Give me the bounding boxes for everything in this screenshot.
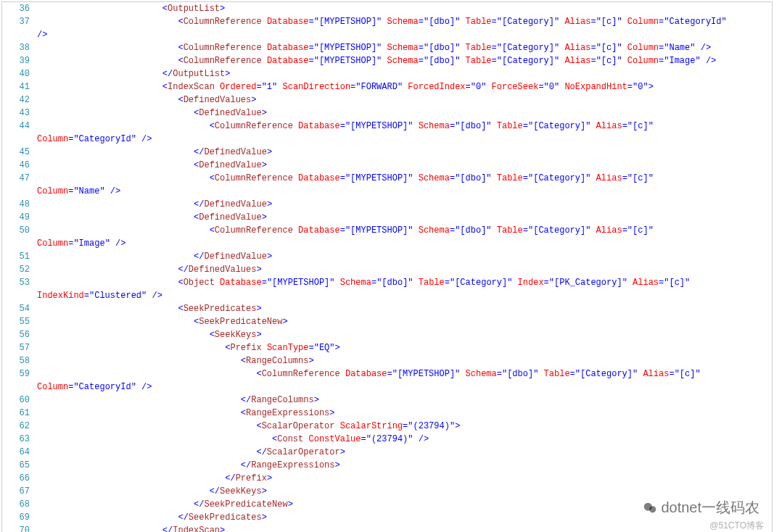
line-number: 42: [2, 93, 30, 107]
line-number: 55: [2, 315, 30, 328]
code-line: </SeekPredicateNew>: [37, 498, 772, 511]
code-line: </RangeExpressions>: [37, 459, 772, 472]
code-line: <ColumnReference Database="[MYPETSHOP]" …: [37, 41, 772, 54]
code-line: <ColumnReference Database="[MYPETSHOP]" …: [37, 224, 772, 237]
code-line: </ScalarOperator>: [37, 446, 772, 459]
code-line: </RangeColumns>: [37, 394, 772, 407]
code-line: <ColumnReference Database="[MYPETSHOP]" …: [37, 172, 772, 185]
line-number: 63: [2, 433, 30, 446]
line-number: 38: [2, 41, 30, 54]
line-number: 37: [2, 15, 30, 28]
code-line: <SeekKeys>: [37, 328, 772, 341]
code-line: <DefinedValue>: [37, 211, 772, 224]
code-line: <DefinedValues>: [37, 93, 772, 107]
line-number: 54: [2, 302, 30, 315]
line-number: 65: [2, 459, 30, 472]
code-line: <ColumnReference Database="[MYPETSHOP]" …: [37, 15, 772, 28]
line-number: 51: [2, 250, 30, 263]
code-line: </DefinedValue>: [37, 250, 772, 263]
line-number: 40: [2, 67, 30, 80]
code-line: <DefinedValue>: [37, 159, 772, 172]
line-number: 62: [2, 420, 30, 433]
code-line: </DefinedValues>: [37, 263, 772, 276]
code-line: <DefinedValue>: [37, 107, 772, 120]
line-number: 36: [2, 2, 30, 15]
line-number: 52: [2, 263, 30, 276]
line-number: 45: [2, 146, 30, 159]
code-line: <ScalarOperator ScalarString="(23794)">: [37, 420, 772, 433]
code-line: <Object Database="[MYPETSHOP]" Schema="[…: [37, 276, 772, 289]
line-number: 46: [2, 159, 30, 172]
line-number: 47: [2, 172, 30, 185]
code-line: Column="Image" />: [37, 237, 772, 250]
line-number: 68: [2, 498, 30, 511]
code-line: <Const ConstValue="(23794)" />: [37, 433, 772, 446]
code-line: <IndexScan Ordered="1" ScanDirection="FO…: [37, 80, 772, 93]
code-line: <RangeColumns>: [37, 354, 772, 367]
code-line: </SeekPredicates>: [37, 511, 772, 524]
code-line: </DefinedValue>: [37, 198, 772, 211]
line-number: 60: [2, 394, 30, 407]
line-number: 44: [2, 120, 30, 133]
line-number: 43: [2, 107, 30, 120]
code-line: Column="Name" />: [37, 185, 772, 198]
line-number: 56: [2, 328, 30, 341]
line-number: 67: [2, 485, 30, 498]
line-number: 39: [2, 54, 30, 67]
line-number: 70: [2, 524, 30, 532]
line-number-gutter: 3637383940414243444546474849505152535455…: [2, 2, 34, 532]
code-line: <ColumnReference Database="[MYPETSHOP]" …: [37, 54, 772, 67]
code-line: <SeekPredicateNew>: [37, 315, 772, 328]
code-content[interactable]: <OutputList> <ColumnReference Database="…: [34, 2, 772, 532]
code-editor: 3637383940414243444546474849505152535455…: [1, 1, 773, 532]
code-line: </DefinedValue>: [37, 146, 772, 159]
line-number: 53: [2, 276, 30, 289]
code-line: />: [37, 28, 772, 41]
line-number: 61: [2, 407, 30, 420]
line-number: 66: [2, 472, 30, 485]
code-line: </OutputList>: [37, 67, 772, 80]
line-number: 41: [2, 80, 30, 93]
code-line: <ColumnReference Database="[MYPETSHOP]" …: [37, 367, 772, 381]
code-line: <SeekPredicates>: [37, 302, 772, 315]
code-line: <ColumnReference Database="[MYPETSHOP]" …: [37, 120, 772, 133]
line-number: 50: [2, 224, 30, 237]
code-line: </Prefix>: [37, 472, 772, 485]
code-line: </SeekKeys>: [37, 485, 772, 498]
code-line: Column="CategoryId" />: [37, 133, 772, 146]
line-number: 57: [2, 341, 30, 354]
line-number: 69: [2, 511, 30, 524]
line-number: 64: [2, 446, 30, 459]
line-number: 58: [2, 354, 30, 367]
code-line: </IndexScan>: [37, 524, 772, 532]
code-line: IndexKind="Clustered" />: [37, 289, 772, 302]
code-line: Column="CategoryId" />: [37, 381, 772, 394]
code-line: <OutputList>: [37, 2, 772, 15]
line-number: 49: [2, 211, 30, 224]
line-number: 48: [2, 198, 30, 211]
code-line: <RangeExpressions>: [37, 407, 772, 420]
code-line: <Prefix ScanType="EQ">: [37, 341, 772, 354]
line-number: 59: [2, 367, 30, 381]
